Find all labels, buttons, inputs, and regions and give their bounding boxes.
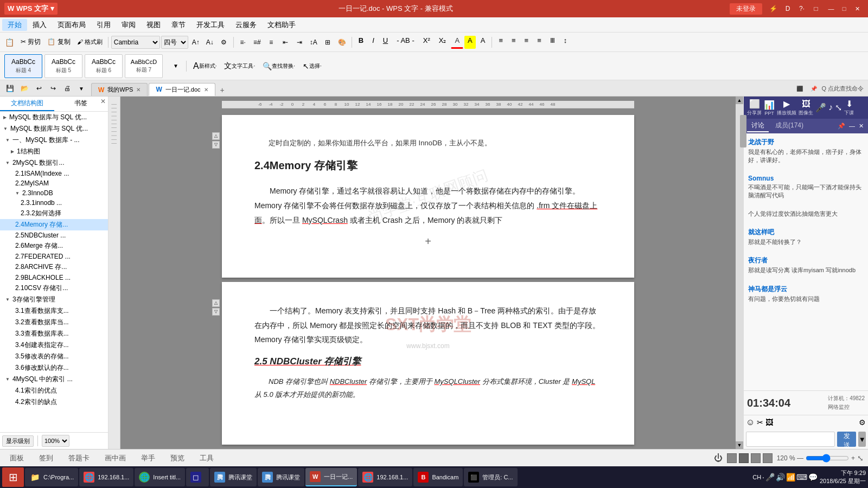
tree-item-19[interactable]: 3.2查看数据库当...	[0, 317, 108, 328]
ppt-btn[interactable]: 📊 PPT	[764, 100, 775, 116]
page-ctrl-down[interactable]: ▽	[212, 141, 220, 149]
chat-name-3[interactable]: 就这样吧	[748, 228, 864, 237]
music-btn[interactable]: ♪	[828, 102, 833, 113]
style-h4[interactable]: AaBbCc 标题 4	[4, 54, 42, 78]
menu-view[interactable]: 视图	[141, 19, 166, 31]
cut-button[interactable]: ✂ 剪切	[18, 35, 43, 50]
shading-btn[interactable]: 🎨	[335, 35, 349, 50]
tree-item-14[interactable]: 2.8ARCHIVE 存...	[0, 261, 108, 273]
indent-decrease[interactable]: ⇤	[279, 35, 292, 50]
align-justify[interactable]: ≡	[533, 36, 545, 49]
tree-item-21[interactable]: 3.4创建表指定存...	[0, 339, 108, 351]
level-display-btn[interactable]: 显示级别	[2, 435, 34, 447]
menu-insert[interactable]: 插入	[27, 19, 52, 31]
wps-icon-3[interactable]: ?·	[795, 1, 808, 16]
tab-doc-close-icon[interactable]: ✕	[204, 87, 208, 93]
style-h5[interactable]: AaBbCc 标题 5	[44, 54, 82, 78]
status-quiz-btn[interactable]: 答题卡	[63, 452, 95, 464]
copy-button[interactable]: 📋 复制	[44, 35, 73, 50]
italic-button[interactable]: I	[368, 36, 378, 49]
new-style-btn[interactable]: A 新样式·	[190, 59, 219, 74]
mic-btn[interactable]: 🎤	[815, 102, 826, 113]
zoom-slider[interactable]	[806, 454, 849, 463]
indent-increase[interactable]: ⇥	[293, 35, 306, 50]
taskbar-explorer[interactable]: 📁 C:\Progra...	[25, 468, 78, 486]
scroll-up-btn[interactable]: ▲	[169, 52, 182, 57]
redo-btn[interactable]: ↪	[47, 81, 60, 96]
power-btn[interactable]: ⏻	[714, 453, 723, 463]
tree-item-1[interactable]: ▼MySQL 数据库与 SQL 优...	[0, 123, 108, 134]
taskbar-cmd[interactable]: ⬛ 管理员: C...	[464, 468, 517, 486]
tree-item-22[interactable]: 3.5修改表的存储...	[0, 351, 108, 362]
font-family-select[interactable]: Cambria	[111, 36, 160, 49]
tree-item-11[interactable]: 2.5NDBCluster ...	[0, 230, 108, 240]
more-styles-btn[interactable]: ▼	[169, 75, 182, 81]
chat-input[interactable]	[746, 432, 835, 447]
doc-vscrollbar[interactable]: ▲ ▼	[736, 97, 743, 449]
lang-icon[interactable]: CH	[752, 474, 761, 480]
scroll-down-btn[interactable]: ▼	[736, 441, 743, 449]
view-fit-btn[interactable]	[751, 453, 761, 463]
tree-item-18[interactable]: 3.1查看数据库支...	[0, 305, 108, 317]
menu-chapter[interactable]: 章节	[166, 19, 191, 31]
emoji-btn[interactable]: ☺	[746, 418, 755, 427]
taskbar-app4[interactable]: ◻	[186, 468, 209, 486]
rp-tab-members[interactable]: 成员(174)	[771, 120, 808, 132]
page2-ctrl-down[interactable]: ▽	[212, 308, 220, 316]
rp-close-btn[interactable]: ✕	[858, 121, 865, 131]
taskbar-browser1[interactable]: 🌐 192.168.1...	[79, 468, 133, 486]
keyboard-icon[interactable]: ⌨	[796, 473, 807, 481]
tree-item-6[interactable]: 2.2MyISAM	[0, 178, 108, 188]
align-right[interactable]: ≡	[521, 36, 533, 49]
action-center-icon[interactable]: 💬	[808, 473, 818, 481]
tree-item-7[interactable]: ▼2.3InnoDB	[0, 188, 108, 198]
image-attach-btn[interactable]: 🖼	[765, 418, 773, 427]
taskbar-tencent2[interactable]: 腾 腾讯课堂	[258, 468, 304, 486]
open-btn[interactable]: 📂	[18, 81, 31, 96]
status-raise-btn[interactable]: 举手	[136, 452, 161, 464]
style-h6[interactable]: AaBbCc 标题 6	[85, 54, 123, 78]
list-bullet-btn[interactable]: ≡·	[237, 35, 250, 50]
view-grid-btn[interactable]	[727, 453, 737, 463]
network-icon[interactable]: 📶	[786, 473, 795, 481]
expand-btn[interactable]: ⤡	[835, 102, 842, 113]
highlight-btn[interactable]: A	[464, 36, 476, 49]
tree-item-13[interactable]: 2.7FEDERATED ...	[0, 252, 108, 261]
rp-tab-discuss[interactable]: 讨论	[747, 120, 769, 132]
image-btn[interactable]: 🖼 图像生	[799, 99, 813, 117]
tree-item-9[interactable]: 2.3.2如何选择	[0, 208, 108, 219]
scroll-up-btn[interactable]: ▲	[736, 97, 743, 104]
columns-btn[interactable]: Ⅲ	[546, 36, 559, 49]
tree-item-4[interactable]: ▼2MySQL 数据引...	[0, 157, 108, 169]
share-screen-btn[interactable]: ⬜ 分享屏	[747, 99, 762, 117]
rp-minimize-btn[interactable]: —	[848, 121, 856, 131]
bold-button[interactable]: B	[355, 36, 367, 49]
zoom-select[interactable]: 100%	[42, 435, 69, 447]
menu-start[interactable]: 开始	[2, 19, 27, 31]
taskbar-tencent1[interactable]: 腾 腾讯课堂	[210, 468, 257, 486]
add-tab-button[interactable]: +	[216, 84, 228, 96]
tree-item-16[interactable]: 2.10CSV 存储引...	[0, 282, 108, 294]
taskbar-bandicam[interactable]: B Bandicam	[413, 468, 463, 486]
page-ctrl-up[interactable]: △	[212, 132, 220, 140]
view-list-btn[interactable]	[739, 453, 749, 463]
wps-icon-2[interactable]: D	[781, 1, 794, 16]
scissors-btn[interactable]: ✂	[757, 418, 763, 427]
font-format-btn[interactable]: ⚙	[218, 35, 231, 50]
send-button[interactable]: 发 送	[837, 432, 856, 447]
doc-nav-btn[interactable]: ⬛	[793, 81, 806, 96]
wps-icon-4[interactable]: □	[809, 1, 822, 16]
app-logo[interactable]: W WPS 文字 ▾	[4, 3, 58, 15]
tree-item-5[interactable]: 2.1ISAM(Indexe ...	[0, 169, 108, 178]
text-tools-btn[interactable]: 文 文字工具·	[221, 59, 258, 74]
sidebar-tab-structure[interactable]: 文档结构图	[0, 97, 54, 111]
tree-item-0[interactable]: ▶MySQL 数据库与 SQL 优...	[0, 112, 108, 123]
outline-btn[interactable]: ≡	[265, 35, 278, 50]
subscript-button[interactable]: X₂	[435, 36, 450, 49]
maximize-button[interactable]: □	[838, 3, 851, 14]
status-panel-btn[interactable]: 面板	[4, 452, 29, 464]
sort-btn[interactable]: ↕A	[307, 35, 320, 50]
tree-item-17[interactable]: ▼3存储引擎管理	[0, 294, 108, 305]
find-replace-btn[interactable]: 🔍 查找替换·	[260, 59, 298, 74]
end-class-btn[interactable]: ⬇ 下课	[844, 99, 854, 117]
